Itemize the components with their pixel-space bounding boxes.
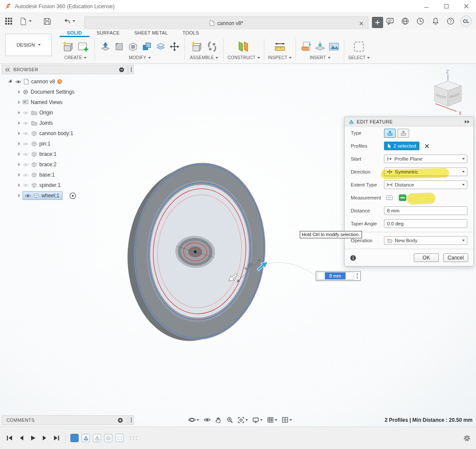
eye-hidden-icon[interactable] <box>22 183 29 188</box>
shell-icon[interactable] <box>127 39 139 54</box>
file-menu-icon[interactable] <box>18 16 29 27</box>
eye-icon[interactable] <box>25 193 31 198</box>
undo-icon[interactable] <box>62 16 72 27</box>
group-label-modify[interactable]: MODIFY <box>129 55 150 61</box>
grid-snaps-button[interactable] <box>267 417 277 423</box>
distance-input[interactable]: 8 mm <box>384 206 467 215</box>
offset-face-icon[interactable] <box>154 39 167 54</box>
new-component-icon[interactable] <box>189 39 203 54</box>
chevron-down-icon[interactable] <box>245 419 248 421</box>
press-pull-icon[interactable] <box>99 39 111 54</box>
browser-item-joints[interactable]: Joints <box>2 118 136 128</box>
chevron-down-icon[interactable] <box>275 419 277 421</box>
eye-icon[interactable] <box>15 79 22 84</box>
select-icon[interactable] <box>352 39 366 54</box>
comments-bar[interactable]: COMMENTS <box>2 415 128 425</box>
chevron-down-icon[interactable] <box>197 419 199 421</box>
eye-hidden-icon[interactable] <box>22 111 29 115</box>
pan-button[interactable] <box>215 417 222 424</box>
panel-resize-handle[interactable] <box>128 65 134 74</box>
tab-tools[interactable]: TOOLS <box>175 29 206 37</box>
browser-item-pin[interactable]: pin:1 <box>2 139 136 149</box>
collapse-panel-icon[interactable] <box>5 68 10 72</box>
dimension-input-box[interactable]: 8 mm <box>316 271 361 281</box>
group-label-insert[interactable]: INSERT <box>310 55 330 61</box>
minimize-button[interactable] <box>416 0 436 13</box>
move-copy-icon[interactable] <box>168 39 181 54</box>
extent-type-dropdown[interactable]: Distance <box>384 180 467 189</box>
zoom-button[interactable] <box>226 417 233 424</box>
comments-resize-handle[interactable] <box>128 415 134 425</box>
canvas-image-icon[interactable] <box>327 39 340 54</box>
group-label-create[interactable]: CREATE <box>64 55 86 61</box>
expand-open-icon[interactable] <box>8 79 13 84</box>
fillet-icon[interactable] <box>113 39 125 54</box>
eye-hidden-icon[interactable] <box>22 142 29 146</box>
browser-item-spinder[interactable]: spinder:1 <box>2 180 136 190</box>
group-label-inspect[interactable]: INSPECT <box>268 55 292 61</box>
group-label-select[interactable]: SELECT <box>348 55 370 61</box>
tab-close-icon[interactable] <box>358 20 364 26</box>
step-forward-button[interactable] <box>40 433 49 443</box>
avatar[interactable]: CL <box>460 16 472 27</box>
dialog-header[interactable]: EDIT FEATURE <box>345 117 473 126</box>
dialog-expand-icon[interactable] <box>465 120 470 123</box>
create-form-icon[interactable] <box>60 39 75 54</box>
eye-hidden-icon[interactable] <box>22 152 29 157</box>
browser-root-row[interactable]: cannon v8 <box>2 76 136 87</box>
look-at-button[interactable] <box>203 417 211 423</box>
chevron-down-icon[interactable] <box>73 20 75 22</box>
measure-half-length-button[interactable] <box>397 193 408 202</box>
expand-icon[interactable] <box>18 121 20 125</box>
expand-icon[interactable] <box>18 90 20 94</box>
operation-dropdown[interactable]: New Body <box>384 236 467 245</box>
insert-svg-icon[interactable]: SVG <box>300 39 312 54</box>
clear-selection-icon[interactable] <box>425 144 429 149</box>
profiles-selected-button[interactable]: 2 selected <box>384 142 419 150</box>
tab-solid[interactable]: SOLID <box>60 29 89 37</box>
comment-icon[interactable] <box>385 16 395 27</box>
eye-hidden-icon[interactable] <box>22 173 29 177</box>
browser-item-named-views[interactable]: Named Views <box>2 97 136 108</box>
browser-item-base[interactable]: base:1 <box>2 170 136 180</box>
dimension-selected-text[interactable]: 8 mm <box>325 272 346 279</box>
viewports-button[interactable] <box>282 417 292 423</box>
notifications-bell-icon[interactable] <box>430 16 441 27</box>
type-thin-extrude-button[interactable] <box>397 129 409 138</box>
timeline-feature[interactable] <box>115 434 124 442</box>
wheel-model[interactable] <box>122 158 271 346</box>
joint-icon[interactable] <box>205 39 219 54</box>
eye-hidden-icon[interactable] <box>22 131 29 136</box>
measure-full-length-button[interactable] <box>384 193 394 202</box>
fit-button[interactable] <box>238 417 248 424</box>
expand-icon[interactable] <box>18 173 20 177</box>
selected-row-highlight[interactable]: wheel:1 <box>22 191 63 200</box>
activate-component-radio[interactable] <box>69 192 76 199</box>
expand-icon[interactable] <box>18 101 20 104</box>
combine-icon[interactable] <box>140 39 153 54</box>
job-status-clock-icon[interactable] <box>415 16 425 27</box>
expand-icon[interactable] <box>18 142 20 145</box>
type-one-side-button[interactable] <box>384 129 396 138</box>
timeline-feature-extrude[interactable] <box>82 434 90 442</box>
cancel-button[interactable]: Cancel <box>443 253 468 262</box>
expand-icon[interactable] <box>18 183 20 187</box>
chevron-down-icon[interactable] <box>289 419 292 421</box>
chevron-down-icon[interactable] <box>260 419 263 421</box>
insert-mesh-icon[interactable] <box>314 39 326 54</box>
expand-icon[interactable] <box>18 163 20 166</box>
tab-surface[interactable]: SURFACE <box>89 29 127 37</box>
eye-hidden-icon[interactable] <box>22 162 29 167</box>
display-settings-button[interactable] <box>252 417 263 424</box>
browser-item-document-settings[interactable]: Document Settings <box>2 87 136 97</box>
chevron-down-icon[interactable] <box>29 20 32 22</box>
construct-plane-icon[interactable] <box>236 39 251 54</box>
collapse-tree-icon[interactable] <box>119 67 124 73</box>
expand-icon[interactable] <box>18 152 20 156</box>
tab-sheet-metal[interactable]: SHEET METAL <box>127 29 175 37</box>
expand-icon[interactable] <box>18 111 20 114</box>
orbit-button[interactable] <box>188 416 199 424</box>
browser-item-origin[interactable]: Origin <box>2 108 136 118</box>
measure-icon[interactable] <box>273 39 287 54</box>
go-to-start-button[interactable] <box>5 433 14 443</box>
